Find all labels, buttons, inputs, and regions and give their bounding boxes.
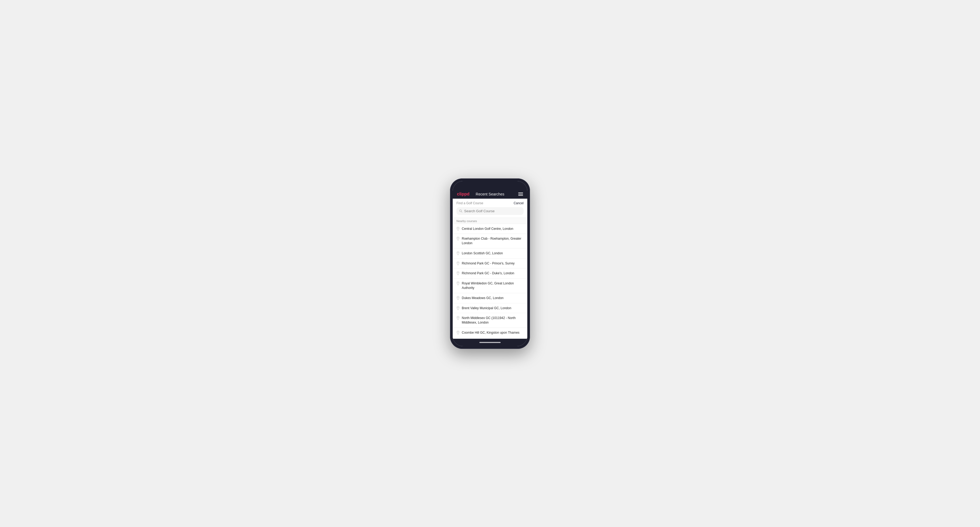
- pin-icon: [457, 316, 460, 320]
- svg-point-9: [458, 307, 458, 308]
- find-bar: Find a Golf Course Cancel: [453, 198, 527, 207]
- nearby-header: Nearby courses: [453, 217, 527, 224]
- list-item[interactable]: Central London Golf Centre, London: [453, 224, 527, 234]
- app-logo: clippd: [457, 192, 474, 197]
- list-item[interactable]: London Scottish GC, London: [453, 248, 527, 259]
- search-container: [453, 207, 527, 217]
- svg-point-5: [458, 262, 458, 263]
- hamburger-line-3: [518, 195, 523, 196]
- course-name: Coombe Hill GC, Kingston upon Thames: [462, 330, 520, 335]
- hamburger-line-1: [518, 192, 523, 193]
- pin-icon: [457, 271, 460, 275]
- svg-point-10: [458, 317, 458, 318]
- svg-point-4: [458, 252, 458, 253]
- svg-point-2: [458, 228, 458, 229]
- pin-icon: [457, 227, 460, 231]
- nav-bar: clippd Recent Searches: [453, 190, 527, 198]
- svg-point-8: [458, 297, 458, 298]
- pin-icon: [457, 281, 460, 285]
- hamburger-line-2: [518, 194, 523, 194]
- search-icon: [459, 209, 463, 213]
- home-indicator: [453, 339, 527, 346]
- content-area: Find a Golf Course Cancel Nearby courses: [453, 198, 527, 339]
- course-name: Dukes Meadows GC, London: [462, 296, 504, 300]
- svg-point-3: [458, 238, 458, 238]
- svg-point-6: [458, 272, 458, 273]
- list-item[interactable]: Coombe Hill GC, Kingston upon Thames: [453, 328, 527, 338]
- status-bar: [453, 181, 527, 190]
- list-item[interactable]: Richmond Park GC - Prince's, Surrey: [453, 259, 527, 269]
- pin-icon: [457, 306, 460, 310]
- course-name: Brent Valley Municipal GC, London: [462, 306, 511, 311]
- pin-icon: [457, 237, 460, 240]
- svg-line-1: [461, 211, 462, 212]
- svg-point-7: [458, 282, 458, 283]
- search-box: [457, 207, 523, 215]
- cancel-button[interactable]: Cancel: [514, 201, 523, 205]
- list-item[interactable]: North Middlesex GC (1011942 - North Midd…: [453, 313, 527, 328]
- course-list: Central London Golf Centre, London Roeha…: [453, 224, 527, 338]
- pin-icon: [457, 262, 460, 265]
- course-name: Royal Wimbledon GC, Great London Authori…: [462, 281, 523, 290]
- list-item[interactable]: Richmond Park GC - Duke's, London: [453, 268, 527, 279]
- pin-icon: [457, 251, 460, 255]
- nav-title: Recent Searches: [474, 192, 506, 196]
- course-name: London Scottish GC, London: [462, 251, 503, 256]
- nav-menu[interactable]: [506, 192, 523, 196]
- phone-device: clippd Recent Searches Find a Golf Cours…: [450, 178, 530, 349]
- hamburger-icon[interactable]: [518, 192, 523, 196]
- course-name: Richmond Park GC - Prince's, Surrey: [462, 261, 514, 266]
- search-input[interactable]: [464, 209, 521, 213]
- course-name: Central London Golf Centre, London: [462, 227, 513, 231]
- list-item[interactable]: Dukes Meadows GC, London: [453, 293, 527, 303]
- notch: [479, 184, 501, 187]
- course-name: Roehampton Club - Roehampton, Greater Lo…: [462, 237, 523, 246]
- nearby-section: Nearby courses Central London Golf Centr…: [453, 217, 527, 338]
- pin-icon: [457, 296, 460, 300]
- find-label: Find a Golf Course: [457, 201, 483, 205]
- course-name: Richmond Park GC - Duke's, London: [462, 271, 514, 276]
- list-item[interactable]: Brent Valley Municipal GC, London: [453, 303, 527, 313]
- list-item[interactable]: Royal Wimbledon GC, Great London Authori…: [453, 279, 527, 293]
- home-bar: [479, 342, 501, 343]
- svg-point-11: [458, 332, 458, 332]
- course-name: North Middlesex GC (1011942 - North Midd…: [462, 316, 523, 325]
- pin-icon: [457, 331, 460, 335]
- list-item[interactable]: Roehampton Club - Roehampton, Greater Lo…: [453, 234, 527, 248]
